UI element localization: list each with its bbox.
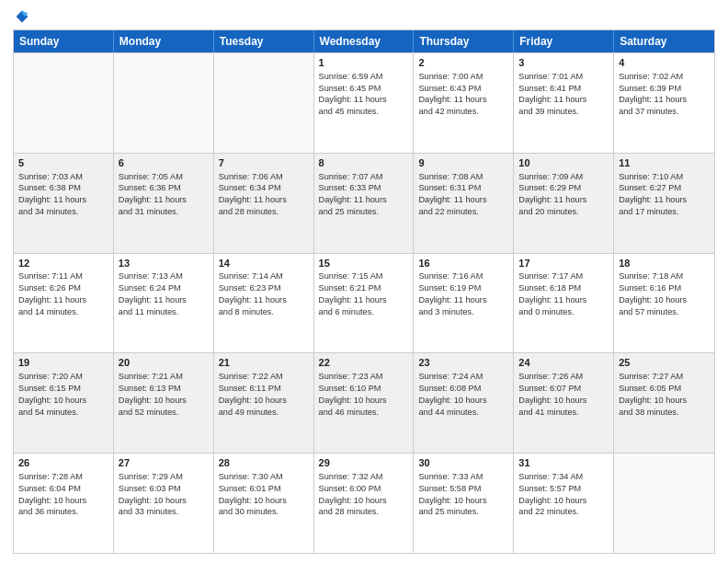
calendar: SundayMondayTuesdayWednesdayThursdayFrid… xyxy=(13,29,715,554)
cal-cell-r0c2 xyxy=(214,53,314,153)
day-number: 1 xyxy=(319,56,409,70)
cal-cell-r3c6: 25Sunrise: 7:27 AM Sunset: 6:05 PM Dayli… xyxy=(614,353,714,453)
cal-cell-r3c5: 24Sunrise: 7:26 AM Sunset: 6:07 PM Dayli… xyxy=(514,353,614,453)
cell-text: Sunrise: 7:06 AM Sunset: 6:34 PM Dayligh… xyxy=(219,172,287,216)
day-number: 17 xyxy=(518,257,609,270)
cal-header-wednesday: Wednesday xyxy=(314,30,415,52)
cal-cell-r0c3: 1Sunrise: 6:59 AM Sunset: 6:45 PM Daylig… xyxy=(314,53,415,153)
cal-cell-r2c5: 17Sunrise: 7:17 AM Sunset: 6:18 PM Dayli… xyxy=(514,254,614,353)
cell-text: Sunrise: 7:30 AM Sunset: 6:01 PM Dayligh… xyxy=(219,472,287,516)
day-number: 12 xyxy=(18,257,108,270)
cell-text: Sunrise: 7:01 AM Sunset: 6:41 PM Dayligh… xyxy=(518,72,586,116)
cal-cell-r1c1: 6Sunrise: 7:05 AM Sunset: 6:36 PM Daylig… xyxy=(114,154,214,253)
cal-cell-r4c4: 30Sunrise: 7:33 AM Sunset: 5:58 PM Dayli… xyxy=(414,454,514,553)
cal-cell-r1c5: 10Sunrise: 7:09 AM Sunset: 6:29 PM Dayli… xyxy=(514,154,614,253)
cal-cell-r4c6 xyxy=(614,454,714,553)
day-number: 27 xyxy=(119,456,209,470)
cell-text: Sunrise: 7:05 AM Sunset: 6:36 PM Dayligh… xyxy=(119,172,187,216)
cal-cell-r2c0: 12Sunrise: 7:11 AM Sunset: 6:26 PM Dayli… xyxy=(14,254,114,353)
cal-week-3: 12Sunrise: 7:11 AM Sunset: 6:26 PM Dayli… xyxy=(14,253,714,353)
cal-cell-r3c1: 20Sunrise: 7:21 AM Sunset: 6:13 PM Dayli… xyxy=(114,353,214,453)
day-number: 14 xyxy=(219,257,309,270)
cal-cell-r0c5: 3Sunrise: 7:01 AM Sunset: 6:41 PM Daylig… xyxy=(514,53,614,153)
day-number: 22 xyxy=(319,356,409,370)
cell-text: Sunrise: 7:17 AM Sunset: 6:18 PM Dayligh… xyxy=(518,271,586,316)
cell-text: Sunrise: 7:03 AM Sunset: 6:38 PM Dayligh… xyxy=(18,172,86,216)
cell-text: Sunrise: 7:09 AM Sunset: 6:29 PM Dayligh… xyxy=(518,172,586,216)
day-number: 24 xyxy=(518,356,609,370)
day-number: 3 xyxy=(518,56,609,70)
day-number: 10 xyxy=(518,156,609,170)
cell-text: Sunrise: 7:24 AM Sunset: 6:08 PM Dayligh… xyxy=(418,372,486,416)
cell-text: Sunrise: 7:28 AM Sunset: 6:04 PM Dayligh… xyxy=(18,472,86,516)
cell-text: Sunrise: 7:07 AM Sunset: 6:33 PM Dayligh… xyxy=(319,172,387,216)
cell-text: Sunrise: 7:22 AM Sunset: 6:11 PM Dayligh… xyxy=(219,372,287,416)
cal-cell-r3c2: 21Sunrise: 7:22 AM Sunset: 6:11 PM Dayli… xyxy=(214,353,314,453)
cell-text: Sunrise: 7:23 AM Sunset: 6:10 PM Dayligh… xyxy=(319,372,387,416)
day-number: 29 xyxy=(319,456,409,470)
day-number: 16 xyxy=(418,257,508,270)
day-number: 30 xyxy=(418,456,508,470)
cell-text: Sunrise: 7:29 AM Sunset: 6:03 PM Dayligh… xyxy=(119,472,187,516)
cell-text: Sunrise: 7:02 AM Sunset: 6:39 PM Dayligh… xyxy=(619,72,687,116)
cal-cell-r1c4: 9Sunrise: 7:08 AM Sunset: 6:31 PM Daylig… xyxy=(414,154,514,253)
cal-cell-r2c3: 15Sunrise: 7:15 AM Sunset: 6:21 PM Dayli… xyxy=(314,254,415,353)
day-number: 15 xyxy=(319,257,409,270)
cal-header-tuesday: Tuesday xyxy=(214,30,314,52)
cell-text: Sunrise: 7:10 AM Sunset: 6:27 PM Dayligh… xyxy=(619,172,687,216)
cell-text: Sunrise: 7:08 AM Sunset: 6:31 PM Dayligh… xyxy=(418,172,486,216)
cell-text: Sunrise: 7:34 AM Sunset: 5:57 PM Dayligh… xyxy=(518,472,586,516)
cal-header-monday: Monday xyxy=(114,30,214,52)
cal-week-2: 5Sunrise: 7:03 AM Sunset: 6:38 PM Daylig… xyxy=(14,153,714,253)
calendar-body: 1Sunrise: 6:59 AM Sunset: 6:45 PM Daylig… xyxy=(14,52,714,553)
day-number: 26 xyxy=(18,456,108,470)
cal-cell-r1c6: 11Sunrise: 7:10 AM Sunset: 6:27 PM Dayli… xyxy=(614,154,714,253)
cal-cell-r0c6: 4Sunrise: 7:02 AM Sunset: 6:39 PM Daylig… xyxy=(614,53,714,153)
cal-week-4: 19Sunrise: 7:20 AM Sunset: 6:15 PM Dayli… xyxy=(14,352,714,453)
cal-cell-r4c0: 26Sunrise: 7:28 AM Sunset: 6:04 PM Dayli… xyxy=(14,454,114,553)
day-number: 2 xyxy=(418,56,508,70)
day-number: 8 xyxy=(319,156,409,170)
cal-cell-r1c3: 8Sunrise: 7:07 AM Sunset: 6:33 PM Daylig… xyxy=(314,154,415,253)
calendar-header-row: SundayMondayTuesdayWednesdayThursdayFrid… xyxy=(14,30,714,52)
cell-text: Sunrise: 6:59 AM Sunset: 6:45 PM Dayligh… xyxy=(319,72,387,116)
cal-header-sunday: Sunday xyxy=(14,30,114,52)
cell-text: Sunrise: 7:11 AM Sunset: 6:26 PM Dayligh… xyxy=(18,271,86,316)
header xyxy=(13,9,715,24)
cal-header-thursday: Thursday xyxy=(414,30,514,52)
logo xyxy=(13,9,29,24)
cal-cell-r3c4: 23Sunrise: 7:24 AM Sunset: 6:08 PM Dayli… xyxy=(414,353,514,453)
cal-header-saturday: Saturday xyxy=(614,30,714,52)
day-number: 7 xyxy=(219,156,309,170)
cal-cell-r4c3: 29Sunrise: 7:32 AM Sunset: 6:00 PM Dayli… xyxy=(314,454,415,553)
cal-cell-r4c1: 27Sunrise: 7:29 AM Sunset: 6:03 PM Dayli… xyxy=(114,454,214,553)
cell-text: Sunrise: 7:33 AM Sunset: 5:58 PM Dayligh… xyxy=(418,472,486,516)
page: SundayMondayTuesdayWednesdayThursdayFrid… xyxy=(0,0,728,563)
cell-text: Sunrise: 7:15 AM Sunset: 6:21 PM Dayligh… xyxy=(319,271,387,316)
cal-cell-r1c2: 7Sunrise: 7:06 AM Sunset: 6:34 PM Daylig… xyxy=(214,154,314,253)
logo-icon xyxy=(15,9,29,24)
cell-text: Sunrise: 7:32 AM Sunset: 6:00 PM Dayligh… xyxy=(319,472,387,516)
cal-cell-r4c5: 31Sunrise: 7:34 AM Sunset: 5:57 PM Dayli… xyxy=(514,454,614,553)
day-number: 21 xyxy=(219,356,309,370)
cell-text: Sunrise: 7:00 AM Sunset: 6:43 PM Dayligh… xyxy=(418,72,486,116)
day-number: 18 xyxy=(619,257,710,270)
day-number: 25 xyxy=(619,356,710,370)
cell-text: Sunrise: 7:27 AM Sunset: 6:05 PM Dayligh… xyxy=(619,372,687,416)
cal-week-5: 26Sunrise: 7:28 AM Sunset: 6:04 PM Dayli… xyxy=(14,453,714,553)
cell-text: Sunrise: 7:16 AM Sunset: 6:19 PM Dayligh… xyxy=(418,271,486,316)
day-number: 9 xyxy=(418,156,508,170)
cell-text: Sunrise: 7:26 AM Sunset: 6:07 PM Dayligh… xyxy=(518,372,586,416)
cal-cell-r3c3: 22Sunrise: 7:23 AM Sunset: 6:10 PM Dayli… xyxy=(314,353,415,453)
cell-text: Sunrise: 7:18 AM Sunset: 6:16 PM Dayligh… xyxy=(619,271,687,316)
day-number: 6 xyxy=(119,156,209,170)
day-number: 23 xyxy=(418,356,508,370)
day-number: 11 xyxy=(619,156,710,170)
day-number: 5 xyxy=(18,156,108,170)
day-number: 19 xyxy=(18,356,108,370)
cal-cell-r4c2: 28Sunrise: 7:30 AM Sunset: 6:01 PM Dayli… xyxy=(214,454,314,553)
cal-cell-r0c1 xyxy=(114,53,214,153)
cal-cell-r2c6: 18Sunrise: 7:18 AM Sunset: 6:16 PM Dayli… xyxy=(614,254,714,353)
cal-cell-r3c0: 19Sunrise: 7:20 AM Sunset: 6:15 PM Dayli… xyxy=(14,353,114,453)
day-number: 31 xyxy=(518,456,609,470)
